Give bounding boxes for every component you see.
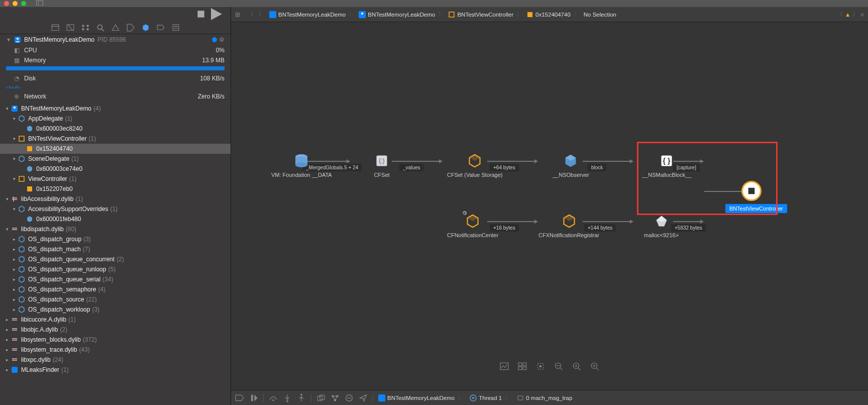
svg-rect-27 [27,186,32,191]
network-metric-row[interactable]: ⊕ Network Zero KB/s [0,91,231,102]
pause-continue-button[interactable] [249,393,258,402]
svg-rect-40 [12,350,17,351]
svg-line-7 [68,25,72,30]
report-icon[interactable] [172,24,180,31]
search-icon[interactable] [96,24,104,31]
jump-back-icon[interactable]: 〈 [837,11,843,18]
tree-disp-mach[interactable]: ▸OS_dispatch_mach(7) [0,244,231,254]
node-cfset-storage[interactable]: CFSet (Value Storage) [447,152,502,178]
node-cfset[interactable]: {;} CFSet [373,152,391,178]
svg-rect-34 [12,320,17,321]
simulate-location-button[interactable] [359,393,368,402]
node-nsobserver[interactable]: __NSObserver [553,152,589,178]
run-button[interactable] [209,7,223,21]
nav-forward-button[interactable]: 〉 [257,11,266,18]
breakpoint-icon[interactable] [157,24,165,31]
canvas-grid-button[interactable] [518,362,527,371]
step-over-button[interactable] [269,393,278,402]
tree-bntestvc[interactable]: ▾BNTestViewController(1) [0,134,231,144]
tree-viewcontroller[interactable]: ▾ViewController(1) [0,174,231,184]
svg-marker-82 [236,395,244,400]
tree-appdelegate[interactable]: ▾AppDelegate(1) [0,114,231,124]
gear-icon[interactable]: ⚙ [219,36,225,43]
step-into-button[interactable] [283,393,292,402]
nav-icon-3[interactable] [81,24,89,31]
warning-icon[interactable] [112,24,120,31]
related-items-icon[interactable]: ⊞ [235,11,243,18]
canvas-thumbnail-button[interactable] [500,362,509,371]
tree-libicucore[interactable]: ▸libicucore.A.dylib(1) [0,315,231,325]
nav-icon-1[interactable] [51,24,59,31]
debug-crumb-process[interactable]: BNTestMemoryLeakDemo〉 [378,394,465,401]
process-name: BNTestMemoryLeakDemo [24,36,94,43]
cpu-label: CPU [24,47,37,54]
crumb-1[interactable]: BNTestMemoryLeakDemo〉 [269,11,356,18]
svg-marker-100 [360,394,367,401]
crumb-3[interactable]: BNTestViewController〉 [448,11,523,18]
cpu-metric-row[interactable]: ◧ CPU 0% [0,45,231,55]
node-malloc9216[interactable]: malloc<9216> [644,212,679,238]
environment-overrides-button[interactable] [345,393,354,402]
tree-accoverrides-addr[interactable]: 0x600001feb480 [0,214,231,224]
tag-icon[interactable] [127,24,135,31]
debug-view-hierarchy-button[interactable] [316,393,325,402]
tree-appdelegate-addr[interactable]: 0x600003ec8240 [0,124,231,134]
close-window-button[interactable] [4,1,9,6]
svg-point-9 [86,25,89,27]
tree-disp-qc[interactable]: ▸OS_dispatch_queue_concurrent(2) [0,254,231,264]
crumb-5[interactable]: No Selection [584,12,616,18]
node-cfnotificationcenter[interactable]: CFNotificationCenter [447,212,498,238]
tree-libdispatch[interactable]: ▾libdispatch.dylib(80) [0,224,231,234]
editor-options-icon[interactable]: ≡ [860,12,864,18]
tree-disp-sem[interactable]: ▸OS_dispatch_semaphore(4) [0,284,231,294]
debug-memory-graph-button[interactable] [331,393,340,402]
crumb-4[interactable]: 0x152404740〉 [526,11,581,18]
debug-crumb-thread[interactable]: Thread 1〉 [470,394,512,401]
svg-rect-65 [518,363,522,366]
tree-disp-serial[interactable]: ▸OS_dispatch_queue_serial(34) [0,274,231,284]
sidebar-toggle-icon[interactable] [36,0,43,7]
nav-back-button[interactable]: 〈 [246,11,255,18]
canvas-focus-button[interactable] [536,362,545,371]
tree-mleaks[interactable]: ▸MLeaksFinder(1) [0,365,231,375]
toggle-breakpoints-button[interactable] [235,393,244,402]
tree-scenedelegate[interactable]: ▾SceneDelegate(1) [0,154,231,164]
node-cfxregistrar[interactable]: CFXNotificationRegistrar [538,212,599,238]
warning-triangle-icon[interactable]: ▲ [845,12,850,18]
maximize-window-button[interactable] [21,1,26,6]
tree-app-root[interactable]: ▾BNTestMemoryLeakDemo(4) [0,104,231,114]
tree-libobjc[interactable]: ▸libobjc.A.dylib(2) [0,325,231,335]
jump-forward-icon[interactable]: 〉 [852,11,858,18]
debug-navigator-icon[interactable] [142,24,150,31]
tree-libxpc[interactable]: ▸libxpc.dylib(24) [0,355,231,365]
svg-rect-101 [378,394,385,401]
tree-accoverrides[interactable]: ▾AccessibilitySupportOverrides(1) [0,204,231,214]
tree-libaccessibility[interactable]: ▾libAccessibility.dylib(1) [0,194,231,204]
tree-viewcontroller-addr[interactable]: 0x152207eb0 [0,184,231,194]
memory-graph-canvas[interactable]: _MergedGlobals.5 + 24 _values +64 bytes … [231,22,868,390]
process-header[interactable]: ▾ BNTestMemoryLeakDemo PID 85596 ⚙ [0,34,231,45]
nav-icon-2[interactable] [66,24,74,31]
minimize-window-button[interactable] [13,1,18,6]
tree-scenedelegate-addr[interactable]: 0x600003ce74e0 [0,164,231,174]
svg-rect-52 [527,12,532,17]
tree-disp-group[interactable]: ▸OS_dispatch_group(3) [0,234,231,244]
node-vm-foundation[interactable]: VM: Foundation __DATA [271,152,332,178]
zoom-out-button[interactable] [554,362,563,371]
tree-disp-wl[interactable]: ▸OS_dispatch_workloop(3) [0,305,231,315]
tree-libtrace[interactable]: ▸libsystem_trace.dylib(43) [0,345,231,355]
zoom-in-button[interactable] [590,362,599,371]
svg-point-23 [14,107,16,109]
step-out-button[interactable] [297,393,306,402]
disk-metric-row[interactable]: ◔ Disk 108 KB/s [0,73,231,83]
tree-libblocks[interactable]: ▸libsystem_blocks.dylib(372) [0,335,231,345]
tree-bntestvc-addr[interactable]: 0x152404740 [0,144,231,154]
memory-metric-row[interactable]: ▦ Memory 13.9 MB [0,55,231,65]
crumb-2[interactable]: BNTestMemoryLeakDemo〉 [359,11,445,18]
tree-disp-rl[interactable]: ▸OS_dispatch_queue_runloop(5) [0,264,231,274]
zoom-reset-button[interactable] [572,362,581,371]
tree-disp-src[interactable]: ▸OS_dispatch_source(22) [0,294,231,305]
memory-bar [6,66,225,70]
stop-button[interactable] [197,10,205,18]
debug-crumb-frame[interactable]: 0 mach_msg_trap [517,394,572,401]
